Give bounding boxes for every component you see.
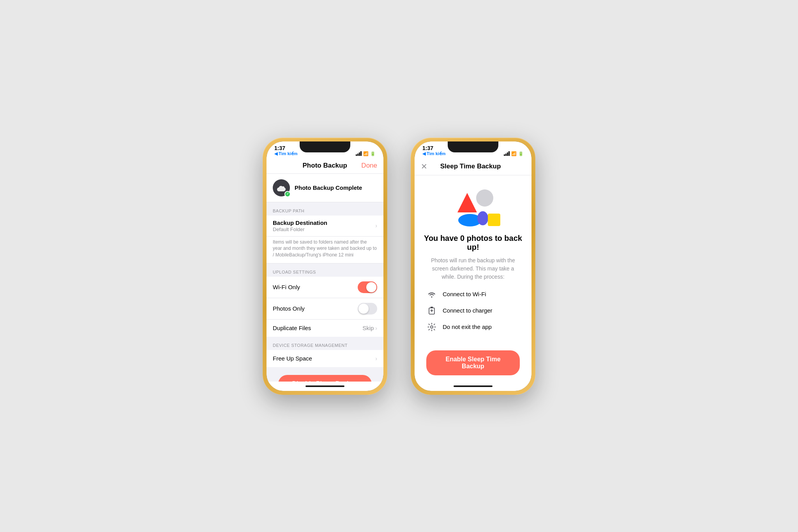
duplicate-files-label: Duplicate Files bbox=[273, 325, 362, 331]
notch-2 bbox=[448, 141, 498, 152]
done-button[interactable]: Done bbox=[361, 162, 377, 170]
battery-icon-2: 🔋 bbox=[518, 151, 524, 156]
sleep-description: Photos will run the backup with the scre… bbox=[422, 256, 524, 281]
photos-only-toggle[interactable] bbox=[358, 303, 377, 315]
storage-header: DEVICE STORAGE MANAGEMENT bbox=[267, 337, 383, 350]
backup-destination-label: Backup Destination bbox=[273, 219, 375, 226]
svg-point-3 bbox=[477, 211, 488, 225]
content-1: Photo Backup Complete BACKUP PATH Backup… bbox=[267, 174, 383, 382]
svg-rect-4 bbox=[488, 214, 500, 226]
home-indicator-1 bbox=[267, 382, 383, 391]
svg-marker-1 bbox=[457, 193, 477, 212]
signal-icon bbox=[356, 151, 362, 156]
svg-rect-6 bbox=[431, 307, 433, 308]
upload-settings-section: Wi-Fi Only Photos Only Duplicate Files bbox=[267, 277, 383, 337]
disable-photo-backup-button[interactable]: Disable Photo Backup bbox=[278, 375, 372, 382]
duplicate-files-value: Skip bbox=[362, 325, 374, 331]
req-no-exit: Do not exit the app bbox=[426, 322, 520, 332]
nav-bar-1: Photo Backup Done bbox=[267, 159, 383, 174]
sleep-main-title: You have 0 photos to back up! bbox=[422, 234, 524, 252]
enable-sleep-backup-button[interactable]: Enable Sleep Time Backup bbox=[426, 350, 520, 375]
svg-point-0 bbox=[476, 189, 493, 207]
backup-destination-row[interactable]: Backup Destination Default Folder › bbox=[267, 216, 383, 237]
req-no-exit-text: Do not exit the app bbox=[443, 323, 492, 330]
wifi-only-row[interactable]: Wi-Fi Only bbox=[267, 277, 383, 298]
svg-point-7 bbox=[431, 326, 433, 328]
upload-settings-header: UPLOAD SETTINGS bbox=[267, 263, 383, 277]
req-wifi-text: Connect to Wi-Fi bbox=[443, 291, 486, 297]
duplicate-files-row[interactable]: Duplicate Files Skip › bbox=[267, 320, 383, 337]
photos-only-label: Photos Only bbox=[273, 305, 358, 312]
wifi-only-label: Wi-Fi Only bbox=[273, 284, 358, 290]
gear-req-icon bbox=[426, 322, 437, 332]
signal-icon-2 bbox=[504, 151, 510, 156]
page-title-2: Sleep Time Backup bbox=[440, 163, 501, 170]
backup-destination-sub: Default Folder bbox=[273, 226, 375, 232]
backup-description: Items will be saved to folders named aft… bbox=[267, 237, 383, 263]
req-charger-text: Connect to charger bbox=[443, 307, 493, 314]
requirements-list: Connect to Wi-Fi Connect to charger bbox=[422, 289, 524, 332]
nav-bar-2: ✕ Sleep Time Backup bbox=[415, 159, 531, 175]
wifi-only-toggle[interactable] bbox=[358, 281, 377, 293]
wifi-icon-2: 📶 bbox=[511, 151, 517, 156]
free-up-space-label: Free Up Space bbox=[273, 355, 375, 362]
enable-btn-area: Enable Sleep Time Backup bbox=[415, 344, 531, 382]
photos-only-row[interactable]: Photos Only bbox=[267, 298, 383, 320]
phone-2: 1:37 ◀ Tìm kiếm 📶 🔋 ✕ Sleep T bbox=[411, 138, 535, 395]
cloud-icon bbox=[273, 179, 290, 196]
illustration bbox=[446, 187, 500, 226]
wifi-req-icon bbox=[426, 289, 437, 300]
backup-complete-card: Photo Backup Complete bbox=[267, 174, 383, 202]
req-charger: Connect to charger bbox=[426, 305, 520, 316]
notch-1 bbox=[300, 141, 350, 152]
storage-section: Free Up Space › bbox=[267, 350, 383, 367]
duplicate-chevron-icon: › bbox=[375, 325, 377, 331]
chevron-icon: › bbox=[375, 223, 377, 229]
free-up-space-chevron-icon: › bbox=[375, 355, 377, 362]
backup-path-header: BACKUP PATH bbox=[267, 202, 383, 216]
phone-1: 1:37 ◀ Tìm kiếm 📶 🔋 Photo Ba bbox=[263, 138, 387, 395]
disable-btn-area: Disable Photo Backup bbox=[267, 367, 383, 382]
backup-complete-text: Photo Backup Complete bbox=[295, 184, 362, 191]
status-bar-2: 1:37 ◀ Tìm kiếm 📶 🔋 bbox=[415, 141, 531, 159]
sleep-content: You have 0 photos to back up! Photos wil… bbox=[415, 175, 531, 344]
backup-path-section: Backup Destination Default Folder › Item… bbox=[267, 216, 383, 263]
battery-icon: 🔋 bbox=[370, 151, 376, 156]
req-wifi: Connect to Wi-Fi bbox=[426, 289, 520, 300]
home-indicator-2 bbox=[415, 382, 531, 391]
status-bar-1: 1:37 ◀ Tìm kiếm 📶 🔋 bbox=[267, 141, 383, 159]
free-up-space-row[interactable]: Free Up Space › bbox=[267, 350, 383, 367]
wifi-icon: 📶 bbox=[363, 151, 369, 156]
close-button[interactable]: ✕ bbox=[421, 162, 427, 171]
page-title-1: Photo Backup bbox=[303, 162, 347, 170]
check-badge bbox=[284, 191, 291, 197]
battery-req-icon bbox=[426, 305, 437, 316]
